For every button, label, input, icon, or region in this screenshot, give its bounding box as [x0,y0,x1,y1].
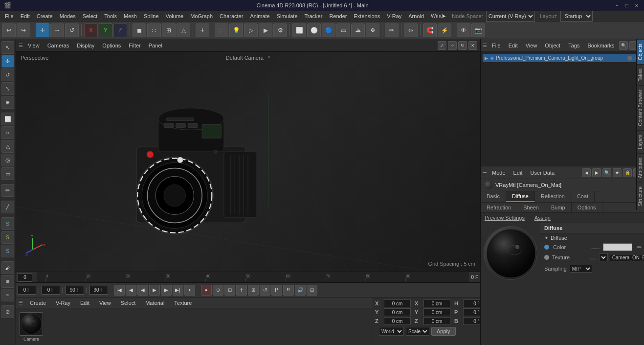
vp-menu-cameras[interactable]: Cameras [44,42,72,49]
render-settings-button[interactable]: ⚙ [273,23,287,37]
obj-menu-icon[interactable]: ☰ [483,43,487,48]
display-mode-button[interactable]: 👁 [457,23,470,37]
mat-ed-back-icon[interactable]: ◀ [582,168,591,177]
rotate-tool-left-button[interactable]: ↺ [1,69,14,81]
right-tab-content[interactable]: Content Browser [637,85,644,130]
cube-left-button[interactable]: ⬜ [1,113,14,125]
vp-menu-options[interactable]: Options [99,42,124,49]
mat-ed-menu-mode[interactable]: Mode [489,169,509,177]
preview-settings-label[interactable]: Preview Settings [485,215,525,221]
move-tool-left-button[interactable]: ✛ [1,55,14,68]
snap-settings-button[interactable]: ⚡ [438,23,451,37]
color-eyedropper-icon[interactable]: ✏ [637,244,642,251]
torus-left-button[interactable]: ◎ [1,154,14,166]
right-tab-objects[interactable]: Objects [637,39,644,64]
move-tool-button[interactable]: ✛ [36,23,49,37]
viewport-canvas[interactable]: Perspective Default Camera ÷° Grid Spaci… [16,52,480,272]
light-button[interactable]: 💡 [229,23,243,37]
sphere-left-button[interactable]: ○ [1,126,14,139]
mat-ed-menu-user-data[interactable]: User Data [528,169,558,177]
selection-tool-button[interactable]: ↖ [1,41,14,54]
prev-frame-button[interactable]: ◀ [126,285,136,296]
plane-left-button[interactable]: ▭ [1,167,14,180]
obj-menu-file[interactable]: File [489,42,504,49]
apply-button[interactable]: Apply [431,327,456,336]
y-pos-input[interactable] [384,308,411,316]
object-row-camera-group[interactable]: ▶ ◈ Professional_Premium_Camera_Light_On… [483,54,642,62]
menu-tools[interactable]: Tools [101,12,120,20]
menu-mograph[interactable]: MoGraph [187,12,216,20]
menu-spline[interactable]: Spline [141,12,162,20]
menu-simulate[interactable]: Simulate [274,12,301,20]
render-active-button[interactable]: ▷ [244,23,258,37]
plane-button[interactable]: ▭ [336,23,350,37]
mat-tab-bump[interactable]: Bump [545,203,572,212]
menu-animate[interactable]: Animate [247,12,272,20]
menu-mesh[interactable]: Mesh [121,12,140,20]
line-button[interactable]: ╱ [1,201,14,213]
edges-mode-button[interactable]: ⊞ [162,23,176,37]
render-button[interactable]: ▶ [259,23,272,37]
mat-tab-basic[interactable]: Basic [481,191,506,202]
menu-vray[interactable]: V-Ray [384,12,404,20]
frame-render-end-input[interactable] [89,286,108,295]
prev-play-button[interactable]: ◀ [137,285,148,296]
add-button[interactable]: + [196,23,209,37]
mat-menu-material[interactable]: Material [142,299,167,307]
snap-button[interactable]: 🧲 [423,23,437,37]
x-axis-button[interactable]: X [84,23,98,37]
mat-tab-refraction[interactable]: Refraction [481,203,517,212]
smooth-brush-button[interactable]: ≋ [1,275,14,288]
scale-select[interactable]: Scale [406,327,429,336]
mat-tab-coat[interactable]: Coat [571,191,595,202]
vp-refresh-button[interactable]: ↻ [458,41,467,50]
mat-menu-edit[interactable]: Edit [77,299,92,307]
playback-mode-btn9[interactable]: 🔊 [295,285,306,296]
wireframe-view-button[interactable]: S [1,245,14,257]
vp-menu-panel[interactable]: Panel [146,42,165,49]
playback-mode-btn1[interactable]: ● [201,285,212,296]
playback-mode-btn10[interactable]: ⊟ [307,285,317,296]
mat-ed-fav-icon[interactable]: ★ [613,168,622,177]
landscape-button[interactable]: ⛰ [351,23,365,37]
camera-button[interactable]: 🎥 [215,23,228,37]
undo-button[interactable]: ↩ [2,23,16,37]
z-axis-button[interactable]: Z [113,23,127,37]
mat-ed-menu-icon[interactable]: ☰ [483,170,487,175]
right-tab-layers[interactable]: Layers [637,130,644,153]
layout-select[interactable]: Startup [560,11,593,22]
frame-start-input[interactable] [42,286,60,295]
vp-close-button[interactable]: ✕ [468,41,477,50]
mat-tab-reflection[interactable]: Reflection [535,191,571,202]
go-start-button[interactable]: |◀ [114,285,125,296]
playback-mode-btn8[interactable]: ⠿ [283,285,294,296]
playback-mode-btn5[interactable]: ⊞ [248,285,259,296]
polygons-mode-button[interactable]: △ [177,23,190,37]
y-axis-button[interactable]: Y [99,23,112,37]
y-rot-input[interactable] [423,308,450,316]
menu-edit[interactable]: Edit [18,12,33,20]
menu-create[interactable]: Create [34,12,56,20]
frame-end-input[interactable] [66,286,84,295]
sphere-button[interactable]: ⚪ [307,23,321,37]
knife-button[interactable]: ⊘ [1,305,14,318]
pen-tool-button[interactable]: ✏ [385,23,399,37]
cloner-button[interactable]: ❖ [366,23,379,37]
start-frame-input[interactable] [18,273,32,282]
points-mode-button[interactable]: ∷ [147,23,161,37]
paint-brush-button[interactable]: 🖌 [1,261,14,274]
mat-ed-search-icon[interactable]: 🔍 [602,168,611,177]
smooth-view-button[interactable]: S [1,231,14,244]
mirror-button[interactable]: ⇔ [404,23,418,37]
playback-mode-btn2[interactable]: ⊙ [213,285,223,296]
mat-menu-view[interactable]: View [96,299,114,307]
render-view-button[interactable]: 📷 [471,23,485,37]
z-rot-input[interactable] [423,317,450,325]
rotate-tool-button[interactable]: ↺ [65,23,79,37]
diffuse-collapse-icon[interactable]: ▼ [544,235,549,240]
obj-menu-edit[interactable]: Edit [506,42,521,49]
mat-menu-vray[interactable]: V-Ray [53,299,73,307]
color-swatch[interactable] [603,243,632,251]
playback-mode-btn3[interactable]: ⊡ [224,285,235,296]
scale-tool-button[interactable]: ↔ [50,23,64,37]
